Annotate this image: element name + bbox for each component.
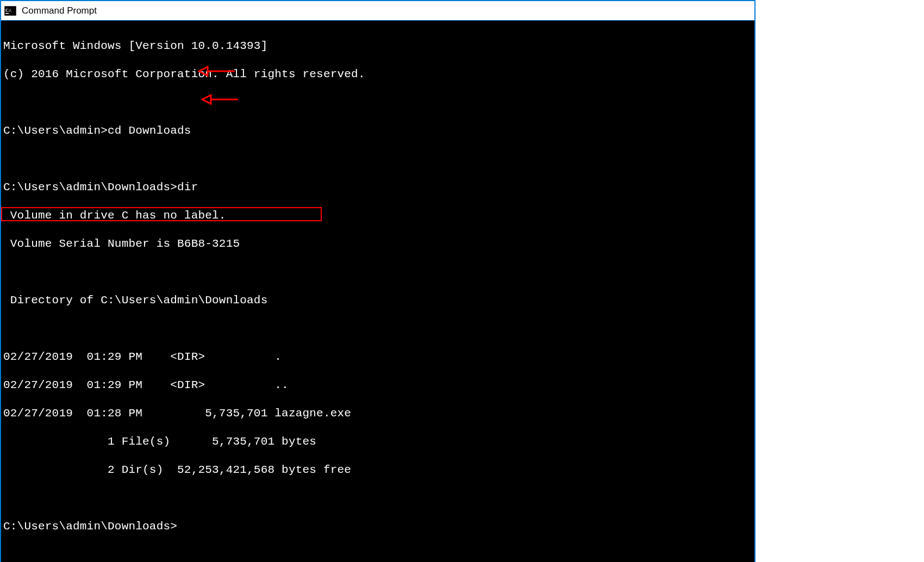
prompt-path: C:\Users\admin\Downloads> bbox=[3, 181, 177, 193]
prompt-path: C:\Users\admin\Downloads> bbox=[3, 520, 177, 533]
prompt-path: C:\Users\admin> bbox=[3, 124, 108, 137]
prompt-line: C:\Users\admin\Downloads>dir bbox=[3, 180, 754, 195]
command-text: cd Downloads bbox=[108, 124, 191, 137]
banner-line: Microsoft Windows [Version 10.0.14393] bbox=[3, 39, 754, 53]
prompt-line: C:\Users\admin\Downloads> bbox=[3, 520, 754, 534]
dir-volume-line: Volume in drive C has no label. bbox=[3, 209, 754, 223]
banner-line: (c) 2016 Microsoft Corporation. All righ… bbox=[3, 67, 754, 82]
blank-line bbox=[3, 96, 754, 110]
svg-rect-2 bbox=[5, 13, 9, 14]
dir-summary-line: 2 Dir(s) 52,253,421,568 bytes free bbox=[3, 463, 754, 477]
dir-header-line: Directory of C:\Users\admin\Downloads bbox=[3, 294, 754, 308]
svg-text:C:\: C:\ bbox=[5, 8, 11, 13]
window-title: Command Prompt bbox=[22, 5, 97, 16]
blank-line bbox=[3, 152, 754, 166]
dir-entry-line: 02/27/2019 01:29 PM <DIR> . bbox=[3, 350, 754, 364]
dir-entry-line: 02/27/2019 01:29 PM <DIR> .. bbox=[3, 378, 754, 392]
blank-line bbox=[3, 491, 754, 505]
dir-entry-line: 02/27/2019 01:28 PM 5,735,701 lazagne.ex… bbox=[3, 407, 754, 421]
terminal-output[interactable]: Microsoft Windows [Version 10.0.14393] (… bbox=[1, 21, 754, 562]
window-titlebar[interactable]: C:\ Command Prompt bbox=[1, 1, 754, 21]
blank-line bbox=[3, 322, 754, 336]
prompt-line: C:\Users\admin>cd Downloads bbox=[3, 124, 754, 138]
dir-serial-line: Volume Serial Number is B6B8-3215 bbox=[3, 237, 754, 251]
blank-line bbox=[3, 265, 754, 279]
command-prompt-icon: C:\ bbox=[4, 6, 16, 16]
command-text: dir bbox=[177, 181, 198, 193]
command-prompt-window: C:\ Command Prompt Microsoft Windows [Ve… bbox=[0, 0, 756, 562]
dir-summary-line: 1 File(s) 5,735,701 bytes bbox=[3, 435, 754, 449]
